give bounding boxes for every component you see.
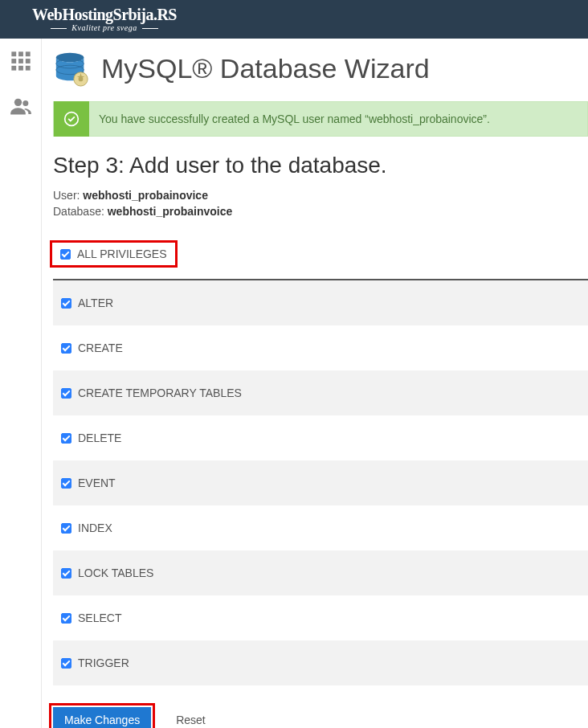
user-name: webhosti_probainovice [83,189,208,202]
privilege-row: INDEX [53,505,588,550]
svg-rect-4 [18,59,23,63]
privilege-checkbox[interactable] [61,523,71,534]
privilege-row: SELECT [53,595,588,640]
success-check-icon [54,101,89,137]
all-privileges-checkbox[interactable] [60,249,71,260]
privilege-label: TRIGGER [78,656,129,669]
privilege-checkbox[interactable] [61,658,71,669]
privilege-label: EVENT [78,476,116,489]
user-label: User: [53,189,83,202]
svg-rect-3 [11,59,16,63]
database-wizard-icon [53,50,90,87]
database-name: webhosti_probainvoice [108,205,233,218]
privilege-checkbox[interactable] [61,613,71,624]
privilege-row: TRIGGER [53,640,588,685]
privilege-row: LOCK TABLES [53,550,588,595]
privilege-row: EVENT [53,460,588,505]
privilege-label: ALTER [78,297,113,309]
privilege-label: INDEX [78,521,112,534]
privilege-row: CREATE TEMPORARY TABLES [53,370,588,415]
privilege-checkbox[interactable] [61,433,71,444]
users-icon[interactable] [10,95,32,121]
svg-point-10 [22,100,28,106]
sidebar [0,39,42,728]
all-privileges-row: ALL PRIVILEGES [50,240,178,268]
success-alert: You have successfully created a MySQL us… [53,101,588,137]
svg-rect-2 [25,51,30,56]
logo-main-text: WebHostingSrbija.RS [32,6,177,22]
privilege-label: LOCK TABLES [78,566,153,579]
privilege-row: CREATE [53,325,588,370]
svg-rect-5 [25,59,30,63]
topbar: WebHostingSrbija.RS Kvalitet pre svega [0,0,588,39]
privilege-checkbox[interactable] [61,478,71,489]
main-content: MySQL® Database Wizard You have successf… [42,39,588,728]
privilege-row: ALTER [53,280,588,325]
page-header: MySQL® Database Wizard [53,50,588,87]
privileges-table: ALTERCREATECREATE TEMPORARY TABLESDELETE… [53,279,588,685]
privilege-label: DELETE [78,431,121,444]
privilege-row: DELETE [53,415,588,460]
step-title: Step 3: Add user to the database. [53,153,588,178]
privilege-label: CREATE [78,342,123,354]
page-title: MySQL® Database Wizard [101,53,430,84]
reset-button[interactable]: Reset [168,707,214,728]
all-privileges-label: ALL PRIVILEGES [77,247,167,260]
brand-logo[interactable]: WebHostingSrbija.RS Kvalitet pre svega [32,6,177,32]
make-changes-highlight: Make Changes [49,703,155,728]
grid-apps-icon[interactable] [10,50,32,76]
svg-rect-8 [25,66,30,71]
privilege-label: CREATE TEMPORARY TABLES [78,386,242,399]
svg-rect-7 [18,66,23,71]
user-db-info: User: webhosti_probainovice Database: we… [53,188,588,219]
privilege-label: SELECT [78,611,121,624]
logo-tagline: Kvalitet pre svega [32,24,177,32]
svg-rect-0 [11,51,16,56]
privilege-checkbox[interactable] [61,388,71,399]
button-row: Make Changes Reset [53,703,588,728]
svg-point-9 [14,99,21,106]
privilege-checkbox[interactable] [61,568,71,579]
privilege-checkbox[interactable] [61,298,71,309]
svg-rect-6 [11,66,16,71]
privilege-checkbox[interactable] [61,343,71,354]
svg-rect-1 [18,51,23,56]
database-label: Database: [53,205,108,218]
make-changes-button[interactable]: Make Changes [53,707,151,728]
alert-text: You have successfully created a MySQL us… [89,112,490,125]
